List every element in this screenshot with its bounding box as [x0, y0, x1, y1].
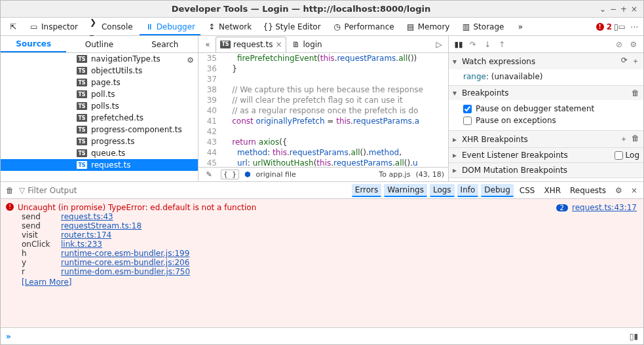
console-settings-icon[interactable]: ⚙ — [612, 185, 625, 196]
filter-errors[interactable]: Errors — [352, 184, 382, 197]
stack-location-link[interactable]: runtime-dom.esm-bundler.js:750 — [61, 267, 638, 276]
more-tools-icon[interactable]: » — [510, 18, 530, 35]
step-out-button[interactable]: ↑ — [496, 40, 508, 49]
code-area[interactable]: 35 firePrefetchingEvent(this.requestPara… — [199, 53, 448, 167]
kebab-menu-icon[interactable]: ⋯ — [628, 22, 641, 31]
watch-item[interactable]: range: (unavailable) — [449, 69, 643, 85]
tab-performance[interactable]: ◷Performance — [328, 18, 400, 35]
trash-icon[interactable]: 🗑 — [3, 186, 16, 195]
filter-input[interactable]: ▽ — [19, 186, 106, 195]
code-line[interactable]: 37 — [199, 74, 448, 84]
trash-icon[interactable]: 🗑 — [632, 88, 639, 98]
minimize-button[interactable]: − — [608, 5, 618, 14]
error-source-link[interactable]: request.ts:43:17 — [572, 203, 637, 212]
source-file-item[interactable]: TSprefetched.ts — [1, 112, 198, 124]
code-line[interactable]: 39 // will clear the prefetch flag so it… — [199, 95, 448, 105]
line-number: 36 — [199, 64, 222, 74]
stack-location-link[interactable]: requestStream.ts:18 — [61, 221, 638, 230]
subtab-outline[interactable]: Outline — [66, 36, 132, 52]
file-list[interactable]: ⚙ TSnavigationType.tsTSobjectUtils.tsTSp… — [1, 53, 198, 181]
learn-more-link[interactable]: [Learn More] — [6, 278, 71, 287]
gear-icon[interactable]: ⚙ — [187, 56, 194, 65]
edit-icon[interactable]: ✎ — [202, 170, 216, 179]
responsive-mode-icon[interactable]: ▯▭ — [613, 22, 626, 31]
source-file-item[interactable]: TSobjectUtils.ts — [1, 65, 198, 77]
pause-resume-button[interactable]: ▮▮ — [453, 40, 464, 49]
stack-location-link[interactable]: runtime-core.esm-bundler.js:199 — [61, 249, 638, 258]
filter-logs[interactable]: Logs — [430, 184, 455, 197]
source-file-item[interactable]: TSnavigationType.ts — [1, 53, 198, 65]
stack-location-link[interactable]: link.ts:233 — [61, 240, 638, 249]
close-button[interactable]: × — [629, 5, 639, 14]
event-listener-breakpoints-header[interactable]: ▸ Event Listener Breakpoints Log — [449, 148, 643, 162]
run-icon[interactable]: ▷ — [432, 40, 445, 49]
xhr-breakpoints-header[interactable]: ▸ XHR Breakpoints ＋🗑 — [449, 131, 643, 147]
tab-network[interactable]: ↕Network — [202, 18, 257, 35]
subtab-search[interactable]: Search — [132, 36, 198, 52]
code-line[interactable]: 44 method: this.requestParams.all().meth… — [199, 147, 448, 158]
pause-on-exceptions-checkbox[interactable]: Pause on exceptions — [463, 115, 637, 126]
code-line[interactable]: 45 url: urlWithoutHash(this.requestParam… — [199, 158, 448, 167]
editor-tab-request[interactable]: TS request.ts × — [216, 37, 286, 52]
split-console-icon[interactable]: ▯▮ — [630, 332, 638, 341]
breakpoints-section-header[interactable]: ▾ Breakpoints 🗑 — [449, 86, 643, 100]
code-line[interactable]: 42 — [199, 126, 448, 137]
source-file-item[interactable]: TSpolls.ts — [1, 100, 198, 112]
close-console-icon[interactable]: × — [628, 185, 641, 196]
pause-on-debugger-label: Pause on debugger statement — [476, 104, 594, 113]
step-in-button[interactable]: ↓ — [482, 40, 493, 49]
code-line[interactable]: 35 firePrefetchingEvent(this.requestPara… — [199, 53, 448, 64]
debugger-settings-icon[interactable]: ⚙ — [628, 40, 639, 49]
maximize-button[interactable]: + — [618, 5, 629, 14]
chevron-right-icon: ▸ — [453, 166, 459, 175]
add-icon[interactable]: ＋ — [632, 56, 639, 67]
tab-inspector[interactable]: ▭Inspector — [24, 18, 83, 35]
watch-section-header[interactable]: ▾ Watch expressions ⟳＋ — [449, 53, 643, 69]
stack-location-link[interactable]: runtime-core.esm-bundler.js:206 — [61, 258, 638, 267]
code-line[interactable]: 36 } — [199, 64, 448, 74]
filter-requests[interactable]: Requests — [567, 185, 609, 196]
close-icon[interactable]: × — [275, 40, 282, 49]
source-file-item[interactable]: TSpage.ts — [1, 77, 198, 88]
trash-icon[interactable]: 🗑 — [632, 134, 639, 145]
add-icon[interactable]: ＋ — [620, 134, 628, 145]
pretty-print-button[interactable]: { } — [221, 170, 239, 179]
tab-memory[interactable]: ▤Memory — [401, 18, 455, 35]
pause-on-debugger-checkbox[interactable]: Pause on debugger statement — [463, 103, 637, 115]
source-file-item[interactable]: TSrequest.ts — [1, 159, 198, 171]
tab-style-editor[interactable]: {}Style Editor — [258, 18, 326, 35]
dom-mutation-breakpoints-header[interactable]: ▸ DOM Mutation Breakpoints — [449, 163, 643, 177]
code-line[interactable]: 40 // as a regular response once the pre… — [199, 105, 448, 116]
filter-warnings[interactable]: Warnings — [384, 184, 427, 197]
editor-tabs-scroll-icon[interactable]: « — [201, 40, 214, 49]
code-line[interactable]: 41 const originallyPrefetch = this.reque… — [199, 116, 448, 126]
filter-info[interactable]: Info — [457, 184, 479, 197]
subtab-sources[interactable]: Sources — [1, 36, 66, 52]
stack-location-link[interactable]: request.ts:43 — [61, 212, 638, 221]
ts-file-icon: TS — [77, 102, 87, 110]
editor-tab-login[interactable]: 🗎 login — [288, 37, 326, 52]
tab-console[interactable]: ❯_Console — [85, 18, 138, 35]
source-file-item[interactable]: TSprogress.ts — [1, 136, 198, 147]
source-file-item[interactable]: TSqueue.ts — [1, 147, 198, 159]
filter-css[interactable]: CSS — [516, 185, 539, 196]
filter-output-field[interactable] — [28, 186, 106, 195]
refresh-icon[interactable]: ⟳ — [621, 56, 628, 67]
log-checkbox[interactable] — [615, 151, 623, 160]
stack-location-link[interactable]: router.ts:174 — [61, 230, 638, 240]
tab-debugger[interactable]: ⏸Debugger — [140, 18, 200, 35]
tab-storage[interactable]: ▥Storage — [456, 18, 509, 35]
console-input-prompt[interactable]: » — [6, 332, 11, 341]
dock-button[interactable]: ⇱ — [3, 18, 23, 35]
filter-debug[interactable]: Debug — [481, 184, 513, 197]
console-output[interactable]: 2 request.ts:43:17 ! Uncaught (in promis… — [1, 199, 643, 327]
filter-xhr[interactable]: XHR — [540, 185, 564, 196]
code-line[interactable]: 43 return axios({ — [199, 137, 448, 147]
error-count-badge[interactable]: ! 2 — [596, 22, 612, 31]
step-over-button[interactable]: ↷ — [467, 40, 479, 49]
source-file-item[interactable]: TSprogress-component.ts — [1, 124, 198, 136]
collapse-icon[interactable]: ⌄ — [597, 5, 608, 14]
code-line[interactable]: 38 // We capture this up here because th… — [199, 84, 448, 95]
disable-breakpoints-icon[interactable]: ⊘ — [613, 40, 625, 49]
source-file-item[interactable]: TSpoll.ts — [1, 88, 198, 100]
